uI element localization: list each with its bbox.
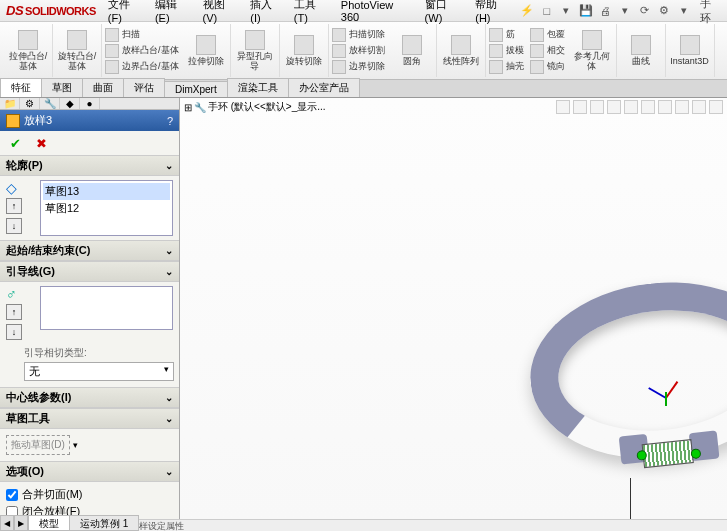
hide-show-icon[interactable] [658, 100, 672, 114]
tab-prev-button[interactable]: ◀ [0, 515, 14, 519]
doc-tab[interactable]: 手环 [694, 0, 727, 26]
menu-insert[interactable]: 插入(I) [244, 0, 288, 24]
open-icon[interactable]: ▾ [559, 3, 575, 19]
sweep-cut-button[interactable]: 扫描切除 [332, 28, 385, 42]
ok-button[interactable]: ✔ [6, 134, 24, 152]
drag-sketch-button[interactable]: 拖动草图(D) [6, 435, 70, 455]
revolve-cut-button[interactable]: 旋转切除 [284, 35, 324, 67]
guide-type-label: 引导相切类型: [24, 346, 173, 360]
fillet-button[interactable]: 圆角 [392, 35, 432, 67]
menu-view[interactable]: 视图(V) [197, 0, 245, 24]
revolve-cut-icon [294, 35, 314, 55]
guide-type-combo[interactable]: 无▾ [24, 362, 174, 381]
ok-bar: ✔ ✖ [0, 131, 179, 155]
boundary-button[interactable]: 边界凸台/基体 [105, 60, 179, 74]
appearance-icon[interactable] [675, 100, 689, 114]
linear-pattern-button[interactable]: 线性阵列 [441, 35, 481, 67]
ref-geometry-button[interactable]: 参考几何体 [572, 30, 612, 72]
curves-button[interactable]: 曲线 [621, 35, 661, 67]
hole-wizard-button[interactable]: 异型孔向导 [235, 30, 275, 72]
options-icon[interactable]: ⚙ [656, 3, 672, 19]
zoom-area-icon[interactable] [573, 100, 587, 114]
doc-breadcrumb[interactable]: ⊞ 🔧 手环 (默认<<默认>_显示... [184, 100, 326, 114]
rib-button[interactable]: 筋 [489, 28, 524, 42]
tab-surface[interactable]: 曲面 [82, 78, 124, 97]
hole-wizard-icon [245, 30, 265, 50]
sweep-button[interactable]: 扫描 [105, 28, 179, 42]
config-tab-icon[interactable]: 🔧 [40, 98, 60, 109]
menu-edit[interactable]: 编辑(E) [149, 0, 197, 24]
menu-window[interactable]: 窗口(W) [419, 0, 470, 24]
tab-next-button[interactable]: ▶ [14, 515, 28, 519]
profile-list[interactable]: 草图13 草图12 [40, 180, 173, 236]
intersect-button[interactable]: 相交 [530, 44, 565, 58]
display-style-icon[interactable] [641, 100, 655, 114]
fillet-icon [402, 35, 422, 55]
scene-icon[interactable] [692, 100, 706, 114]
profile-item-2[interactable]: 草图12 [43, 200, 170, 217]
menu-help[interactable]: 帮助(H) [469, 0, 517, 24]
guide-list[interactable] [40, 286, 173, 330]
sketch-tools-header[interactable]: 草图工具⌄ [0, 408, 179, 429]
tab-sketch[interactable]: 草图 [41, 78, 83, 97]
view-orient-icon[interactable] [624, 100, 638, 114]
brand-text: SOLIDWORKS [25, 5, 96, 17]
tab-features[interactable]: 特征 [0, 78, 42, 97]
shell-button[interactable]: 抽壳 [489, 60, 524, 74]
tab-render[interactable]: 渲染工具 [227, 78, 289, 97]
wrap-button[interactable]: 包覆 [530, 28, 565, 42]
mirror-button[interactable]: 镜向 [530, 60, 565, 74]
dropdown-icon[interactable]: ▾ [73, 440, 78, 450]
tab-office[interactable]: 办公室产品 [288, 78, 360, 97]
new-icon[interactable]: □ [539, 3, 555, 19]
appearance-tab-icon[interactable]: ● [80, 98, 100, 109]
guide-down-button[interactable]: ↓ [6, 324, 22, 340]
menu-file[interactable]: 文件(F) [102, 0, 149, 24]
extrude-boss-button[interactable]: 拉伸凸台/基体 [8, 30, 48, 72]
prev-view-icon[interactable] [590, 100, 604, 114]
view-settings-icon[interactable] [709, 100, 723, 114]
boundary-cut-button[interactable]: 边界切除 [332, 60, 385, 74]
section-view-icon[interactable] [607, 100, 621, 114]
draft-button[interactable]: 拔模 [489, 44, 524, 58]
guide-icon: ♂ [6, 286, 22, 302]
property-tab-icon[interactable]: ⚙ [20, 98, 40, 109]
display-tab-icon[interactable]: ◆ [60, 98, 80, 109]
loft-button[interactable]: 放样凸台/基体 [105, 44, 179, 58]
dropdown-icon[interactable]: ⚡ [520, 3, 536, 19]
help-icon[interactable]: ? [167, 115, 173, 127]
menu-photoview[interactable]: PhotoView 360 [335, 0, 419, 23]
loft-cut-button[interactable]: 放样切割 [332, 44, 385, 58]
ring-model[interactable] [522, 270, 727, 471]
profile-down-button[interactable]: ↓ [6, 218, 22, 234]
guide-up-button[interactable]: ↑ [6, 304, 22, 320]
rebuild-icon[interactable]: ⟳ [637, 3, 653, 19]
instant3d-icon [680, 35, 700, 55]
cancel-button[interactable]: ✖ [32, 134, 50, 152]
revolve-boss-button[interactable]: 旋转凸台/基体 [57, 30, 97, 72]
tab-evaluate[interactable]: 评估 [123, 78, 165, 97]
tree-tab-icon[interactable]: 📁 [0, 98, 20, 109]
viewport[interactable]: ⊞ 🔧 手环 (默认<<默认>_显示... [180, 98, 727, 519]
centerline-header[interactable]: 中心线参数(I)⌄ [0, 387, 179, 408]
save-icon[interactable]: 💾 [578, 3, 594, 19]
sensor-feature[interactable] [642, 439, 694, 468]
model-tab[interactable]: 模型 [28, 515, 70, 519]
profile-header[interactable]: 轮廓(P)⌄ [0, 155, 179, 176]
menu-tools[interactable]: 工具(T) [288, 0, 335, 24]
instant3d-button[interactable]: Instant3D [670, 35, 710, 67]
merge-checkbox[interactable]: 合并切面(M) [6, 486, 173, 503]
options-header[interactable]: 选项(O)⌄ [0, 461, 179, 482]
motion-tab[interactable]: 运动算例 1 [69, 515, 139, 519]
constraints-header[interactable]: 起始/结束约束(C)⌄ [0, 240, 179, 261]
tab-dimxpert[interactable]: DimXpert [164, 81, 228, 97]
extrude-cut-button[interactable]: 拉伸切除 [186, 35, 226, 67]
print-icon[interactable]: 🖨 [598, 3, 614, 19]
undo-dd-icon[interactable]: ▾ [617, 3, 633, 19]
profile-up-button[interactable]: ↑ [6, 198, 22, 214]
zoom-fit-icon[interactable] [556, 100, 570, 114]
more-icon[interactable]: ▾ [676, 3, 692, 19]
guides-header[interactable]: 引导线(G)⌄ [0, 261, 179, 282]
expand-icon[interactable]: ⊞ [184, 102, 192, 113]
profile-item-1[interactable]: 草图13 [43, 183, 170, 200]
